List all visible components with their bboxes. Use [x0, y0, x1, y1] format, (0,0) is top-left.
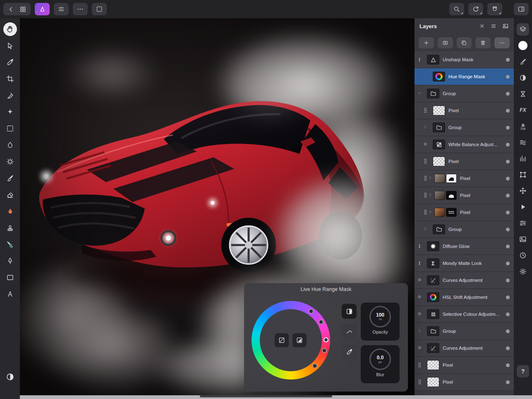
- layer-visibility-toggle[interactable]: [506, 329, 510, 333]
- layer-row[interactable]: IUnsharp Mask: [415, 51, 514, 68]
- chevron-right-icon[interactable]: [423, 125, 428, 130]
- grip-icon[interactable]: [424, 108, 427, 113]
- layer-row[interactable]: Pixel: [415, 153, 514, 170]
- chevron-right-icon[interactable]: [428, 175, 433, 181]
- opacity-dial[interactable]: 100 % Opacity: [361, 303, 400, 341]
- chevron-right-icon[interactable]: [428, 192, 433, 198]
- layer-thumbnail[interactable]: [433, 123, 445, 132]
- more-options-button[interactable]: [73, 3, 88, 15]
- layer-thumbnail[interactable]: [433, 72, 445, 82]
- layer-thumbnail[interactable]: [427, 89, 439, 99]
- delete-layer-button[interactable]: [475, 37, 491, 48]
- hue-wheel[interactable]: [252, 301, 330, 380]
- layer-more-button[interactable]: [494, 37, 510, 48]
- layer-options-icon[interactable]: [502, 23, 509, 29]
- layer-row[interactable]: Pixel: [415, 187, 514, 204]
- hue-range-node[interactable]: [322, 348, 327, 353]
- document-menu-button[interactable]: [54, 3, 69, 15]
- layer-row[interactable]: Group: [415, 221, 514, 238]
- text-tool[interactable]: [4, 288, 16, 300]
- layer-row[interactable]: Pixel: [415, 170, 514, 187]
- layer-thumbnail[interactable]: Σ: [427, 258, 439, 268]
- pen-tool[interactable]: [4, 255, 16, 267]
- hue-range-node[interactable]: [312, 363, 317, 368]
- opacity-dial-ring[interactable]: 100 %: [369, 306, 391, 327]
- theme-toggle[interactable]: [4, 371, 16, 382]
- layer-visibility-toggle[interactable]: [506, 380, 510, 384]
- layer-row[interactable]: Pixel: [415, 357, 514, 374]
- layer-thumbnail[interactable]: [427, 377, 439, 387]
- shape-tool[interactable]: [4, 272, 16, 283]
- vis-icon[interactable]: [417, 345, 422, 351]
- zoom-tool-button[interactable]: [449, 3, 464, 15]
- layer-row[interactable]: IDiffuse Glow: [415, 238, 514, 255]
- layer-row[interactable]: Curves Adjustment: [415, 272, 514, 289]
- layer-visibility-toggle[interactable]: [506, 296, 510, 299]
- layer-row[interactable]: Hue Range Mask: [415, 68, 514, 85]
- grip-icon[interactable]: [418, 379, 421, 385]
- hue-range-node[interactable]: [309, 309, 314, 314]
- chevron-right-icon[interactable]: [423, 226, 428, 232]
- back-button[interactable]: [7, 6, 14, 13]
- layer-visibility-toggle[interactable]: [506, 228, 510, 231]
- layer-row[interactable]: Group: [415, 119, 514, 136]
- grip-icon[interactable]: [418, 362, 421, 368]
- crop-tool[interactable]: [4, 73, 16, 84]
- vis-icon[interactable]: [423, 142, 428, 147]
- history-panel-icon[interactable]: [517, 249, 529, 262]
- colour-picker-tool[interactable]: [4, 56, 16, 68]
- layer-visibility-toggle[interactable]: [506, 194, 510, 197]
- grip-icon[interactable]: [424, 159, 427, 164]
- vis-icon[interactable]: [417, 294, 422, 300]
- paint-brush-tool[interactable]: [4, 172, 16, 184]
- chevron-down-icon[interactable]: [417, 91, 422, 96]
- liquify-panel-icon[interactable]: [517, 136, 529, 149]
- layer-thumbnail[interactable]: [434, 191, 457, 200]
- grip-icon[interactable]: [424, 209, 427, 215]
- layer-visibility-toggle[interactable]: [506, 143, 510, 147]
- layer-thumbnail[interactable]: [427, 309, 439, 319]
- layer-thumbnail[interactable]: [433, 156, 445, 166]
- grip-icon[interactable]: [424, 175, 427, 181]
- fx-panel-icon[interactable]: FX: [517, 104, 529, 116]
- layer-visibility-toggle[interactable]: [506, 126, 510, 130]
- pan-tool[interactable]: [3, 22, 17, 36]
- layer-visibility-toggle[interactable]: [506, 177, 510, 180]
- layer-visibility-toggle[interactable]: [506, 245, 510, 248]
- help-button[interactable]: ?: [517, 365, 529, 377]
- chevron-right-icon[interactable]: [428, 209, 433, 215]
- colour-panel-icon[interactable]: [517, 39, 529, 52]
- grip-icon[interactable]: [424, 192, 427, 198]
- blemish-removal-tool[interactable]: [4, 106, 16, 118]
- move-tool[interactable]: [4, 40, 16, 51]
- macros-panel-icon[interactable]: [517, 201, 529, 213]
- layer-thumbnail[interactable]: [427, 241, 439, 251]
- layer-row[interactable]: Group: [415, 323, 514, 340]
- layer-thumbnail[interactable]: [433, 106, 445, 115]
- layer-thumbnail[interactable]: [433, 224, 445, 234]
- layer-visibility-toggle[interactable]: [506, 363, 510, 367]
- layer-visibility-toggle[interactable]: [506, 58, 510, 62]
- layer-row[interactable]: White Balance Adjust...: [415, 136, 514, 153]
- collapse-panel-icon[interactable]: [478, 23, 485, 29]
- layer-row[interactable]: Pixel: [415, 374, 514, 391]
- selection-brush-tool[interactable]: [4, 89, 16, 101]
- falloff-button[interactable]: [342, 324, 357, 339]
- layer-thumbnail[interactable]: [427, 55, 439, 65]
- linear-ramp-button[interactable]: [275, 333, 289, 347]
- hue-range-node[interactable]: [319, 320, 324, 324]
- channels-panel-icon[interactable]: [517, 217, 529, 229]
- toggle-right-panel-button[interactable]: [514, 3, 529, 15]
- layer-visibility-toggle[interactable]: [506, 160, 510, 163]
- layer-visibility-toggle[interactable]: [506, 279, 510, 282]
- sample-colour-button[interactable]: [342, 344, 357, 359]
- layer-visibility-toggle[interactable]: [506, 92, 510, 96]
- layer-visibility-toggle[interactable]: [506, 262, 510, 265]
- layer-thumbnail[interactable]: [427, 343, 439, 353]
- blur-dial[interactable]: 0.0 px Blur: [361, 345, 400, 383]
- smudge-tool[interactable]: [4, 238, 16, 250]
- arrange-panel-icon[interactable]: [517, 185, 529, 197]
- layer-visibility-toggle[interactable]: [506, 312, 510, 316]
- layers-panel-icon[interactable]: [517, 23, 529, 36]
- rotate-canvas-button[interactable]: [468, 3, 483, 15]
